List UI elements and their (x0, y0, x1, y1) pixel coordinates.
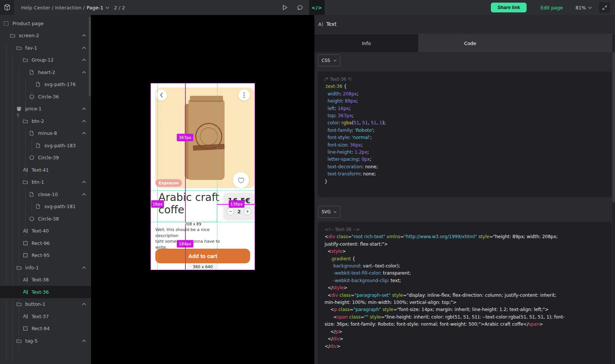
svg-language-dropdown[interactable]: SVG (318, 206, 340, 218)
layer-label: Text-36 (32, 289, 49, 295)
page-counter: 2 / 2 (114, 0, 125, 15)
tree-row-close-10[interactable]: close-10 (0, 188, 91, 201)
tree-row-text-37[interactable]: AText-37 (0, 310, 91, 323)
tree-row-text-41[interactable]: AText-41 (0, 164, 91, 176)
tree-row-svg-path-183[interactable]: svg-path-183 (0, 139, 91, 152)
tree-row-btn-2[interactable]: btn-2 (0, 115, 91, 127)
tree-row-fav-1[interactable]: fav-1 (0, 42, 91, 54)
tree-row-circle-39[interactable]: Circle-39 (0, 152, 91, 164)
tree-row-text-36[interactable]: AText-36 (0, 286, 91, 298)
css-language-value: CSS (322, 58, 330, 63)
text-layer-icon: A (318, 21, 323, 27)
svgfile-icon (29, 69, 35, 75)
chevron-up-icon[interactable] (82, 193, 86, 196)
product-tag[interactable]: Expresso (155, 179, 182, 187)
code-mode-button[interactable]: </> (309, 0, 325, 15)
tree-row-button-1[interactable]: button-1 (0, 298, 91, 311)
inspector-scrollbar-thumb[interactable] (612, 52, 615, 202)
share-link-button[interactable]: Share link (491, 3, 527, 12)
tab-info[interactable]: Info (314, 34, 418, 52)
design-canvas[interactable]: Expresso Arabic craft coffe 16.5€ − 2 + … (91, 15, 314, 364)
breadcrumb-page-name[interactable]: Page-1 (87, 5, 103, 11)
comment-button[interactable] (292, 0, 307, 15)
add-to-cart-button[interactable]: Add to cart (155, 249, 250, 263)
chevron-up-icon[interactable] (82, 266, 86, 269)
tree-row-circle-36[interactable]: Circle-36 (0, 91, 91, 103)
layers-sidebar: Product pagescreen-2fav-1Group-12heart-2… (0, 15, 91, 364)
chevron-up-icon[interactable] (82, 303, 86, 305)
chevron-up-icon[interactable] (82, 120, 86, 122)
zoom-level-dropdown[interactable]: 81% (576, 0, 592, 15)
tab-code[interactable]: Code (418, 34, 522, 52)
chevron-up-icon[interactable] (82, 59, 86, 61)
tree-row-rect-94[interactable]: Rect-94 (0, 323, 91, 335)
tree-row-text-40[interactable]: AText-40 (0, 225, 91, 237)
svgfile-icon (29, 191, 35, 197)
app-logo[interactable] (0, 0, 14, 15)
tree-row-rect-95[interactable]: Rect-95 (0, 249, 91, 262)
code-line: letter-spacing: 0px; (325, 156, 612, 163)
layer-label: Text-40 (32, 228, 49, 234)
tree-row-product-page[interactable]: Product page (0, 17, 91, 30)
folder-icon (22, 57, 28, 63)
svgfile-icon (35, 142, 41, 148)
chevron-up-icon[interactable] (82, 340, 86, 342)
quantity-minus-button[interactable]: − (227, 208, 234, 215)
css-language-dropdown[interactable]: CSS (318, 54, 340, 66)
tree-row-btn-1[interactable]: btn-1 (0, 176, 91, 189)
frame-size-label: 360 x 640 (187, 264, 218, 270)
code-line: font-size: 36px; (325, 142, 612, 149)
folder-icon (22, 179, 28, 185)
code-line: font-style: 'normal'; (325, 134, 612, 141)
tree-row-circle-38[interactable]: Circle-38 (0, 213, 91, 225)
tree-row-text-38[interactable]: AText-38 (0, 274, 91, 286)
layer-label: price-1 (25, 106, 42, 112)
play-button[interactable] (277, 0, 292, 15)
tree-row-group-12[interactable]: Group-12 (0, 54, 91, 66)
svgfile-icon (35, 82, 41, 88)
breadcrumb[interactable]: Help Center / Interaction / Page-1 (21, 0, 109, 15)
chevron-down-icon (333, 211, 337, 213)
chevron-up-icon[interactable] (82, 107, 86, 110)
tree-row-svg-path-176[interactable]: svg-path-176 (0, 79, 91, 91)
chevron-up-icon[interactable] (82, 34, 86, 37)
svg-code-block[interactable]: <!-- Text-36 --><div class="root rich-te… (318, 222, 612, 364)
tree-row-heart-2[interactable]: heart-2 (0, 66, 91, 79)
heart-icon (237, 177, 245, 184)
code-line: font-family: 'Roboto'; (325, 127, 612, 134)
tree-row-rect-96[interactable]: Rect-96 (0, 237, 91, 249)
edit-page-link[interactable]: Edit page (541, 0, 563, 15)
guide-vertical-right (217, 83, 217, 270)
tree-row-minus-8[interactable]: minus-8 (0, 127, 91, 140)
quantity-plus-button[interactable]: + (244, 208, 251, 215)
fullscreen-button[interactable] (599, 2, 610, 13)
chevron-up-icon[interactable] (82, 47, 86, 49)
expand-icon (602, 5, 607, 11)
chevron-up-icon[interactable] (82, 181, 86, 183)
tree-row-svg-path-181[interactable]: svg-path-181 (0, 201, 91, 213)
inspector-scrollbar-track[interactable] (612, 34, 615, 364)
code-line: <!-- Text-36 --> (325, 226, 612, 233)
screen-frame[interactable]: Expresso Arabic craft coffe 16.5€ − 2 + … (151, 83, 255, 270)
tree-row-tag-5[interactable]: tag-5 (0, 335, 91, 347)
selection-type-label: Text (326, 21, 336, 27)
code-icon: </> (311, 5, 323, 11)
play-icon (282, 5, 288, 11)
chevron-up-icon[interactable] (82, 71, 86, 74)
tree-row-price-1[interactable]: price-1 (0, 103, 91, 115)
chevron-up-icon[interactable] (82, 132, 86, 134)
code-line: <style> (325, 248, 612, 255)
tree-row-info-1[interactable]: info-1 (0, 261, 91, 274)
favorite-button[interactable] (233, 172, 249, 188)
tree-row-screen-2[interactable]: screen-2 (0, 30, 91, 42)
layer-label: Circle-38 (38, 216, 59, 222)
code-line: .text-36 { (325, 83, 612, 90)
code-line: justify-content: flex-start;"> (325, 241, 612, 248)
selection-size-label: 208 x 89 (184, 222, 202, 226)
css-code-block[interactable]: /* Text-36 */.text-36 { width: 208px; he… (318, 71, 612, 197)
more-menu-button[interactable] (238, 89, 250, 101)
code-line: size: 36px; font-family: Roboto; font-st… (325, 321, 612, 328)
text-icon: A (22, 289, 28, 295)
selection-box (157, 190, 217, 222)
sidebar-scrollbar[interactable] (89, 17, 91, 97)
